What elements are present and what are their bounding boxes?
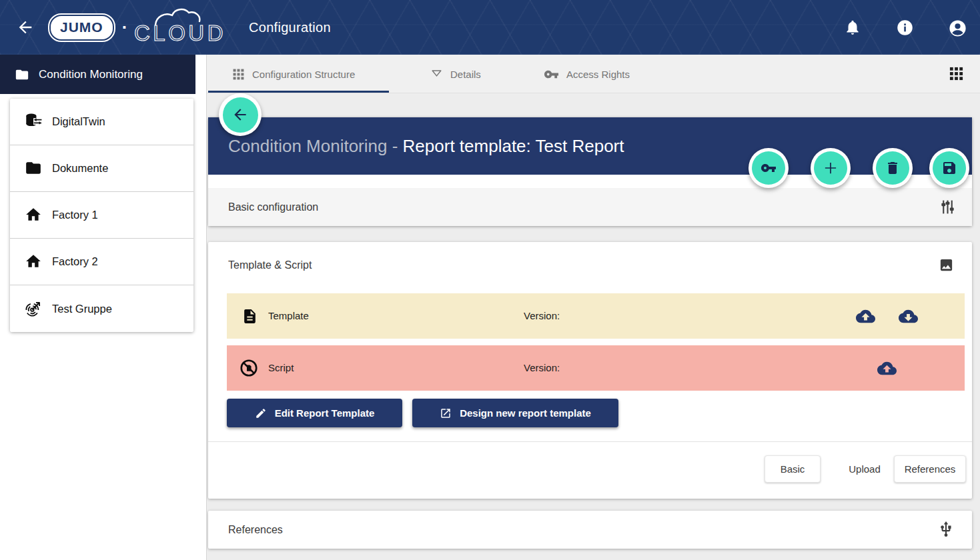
logo-separator-dot: · xyxy=(122,17,128,38)
design-new-report-template-label: Design new report template xyxy=(460,407,591,419)
folder-icon xyxy=(15,67,29,82)
script-off-icon xyxy=(239,358,259,378)
sidebar-item-test-gruppe[interactable]: Test Gruppe xyxy=(10,285,193,332)
template-version-label: Version: xyxy=(524,310,560,321)
banner-header: Condition Monitoring - Report template: … xyxy=(208,117,972,175)
references-label: References xyxy=(228,524,283,536)
active-tab-indicator xyxy=(208,91,389,93)
template-script-card: Template & Script Template Version: xyxy=(208,242,972,499)
report-template-banner-card: Condition Monitoring - Report template: … xyxy=(208,117,972,226)
template-script-title: Template & Script xyxy=(228,259,312,271)
document-icon xyxy=(241,308,258,325)
edit-report-template-button[interactable]: Edit Report Template xyxy=(227,399,402,427)
back-arrow-icon[interactable] xyxy=(16,18,35,37)
design-new-report-template-button[interactable]: Design new report template xyxy=(412,399,618,427)
usb-icon[interactable] xyxy=(937,521,955,538)
cloud-download-icon[interactable] xyxy=(899,307,918,326)
key-icon xyxy=(544,67,559,82)
page-title: Configuration xyxy=(249,0,331,55)
digital-twin-icon xyxy=(25,113,43,131)
template-row-label: Template xyxy=(268,310,309,321)
jumo-logo-pill: JUMO xyxy=(49,15,114,41)
tune-sliders-icon[interactable] xyxy=(939,199,956,215)
main-panel: Configuration Structure Details Access R… xyxy=(207,55,980,560)
tab-access-rights[interactable]: Access Rights xyxy=(544,55,630,93)
tab-bar: Configuration Structure Details Access R… xyxy=(207,55,980,93)
sidebar-item-condition-monitoring[interactable]: Condition Monitoring xyxy=(0,55,195,94)
banner-back-button[interactable] xyxy=(219,93,262,136)
cloud-upload-icon[interactable] xyxy=(877,359,897,378)
basic-configuration-label: Basic configuration xyxy=(228,201,318,213)
breadcrumb: Condition Monitoring - xyxy=(228,136,403,156)
folder-icon xyxy=(25,159,43,177)
add-button[interactable] xyxy=(811,148,851,188)
tab-label: Access Rights xyxy=(566,69,630,80)
filter-icon xyxy=(430,68,443,81)
save-button[interactable] xyxy=(929,148,969,188)
banner-title: Report template: Test Report xyxy=(403,136,624,156)
cloud-upload-icon[interactable] xyxy=(856,307,875,326)
grid-icon xyxy=(232,68,245,81)
sidebar: Condition Monitoring DigitalTwin xyxy=(0,55,207,560)
tab-configuration-structure[interactable]: Configuration Structure xyxy=(232,55,355,93)
sidebar-item-label: Dokumente xyxy=(52,162,108,175)
tab-label: Details xyxy=(450,69,481,80)
basic-configuration-section: Basic configuration xyxy=(208,188,972,226)
sidebar-item-list: DigitalTwin Dokumente Factory 1 Factory … xyxy=(10,99,193,332)
grid-view-icon[interactable] xyxy=(949,66,964,81)
template-row: Template Version: xyxy=(227,293,965,339)
cloud-logo: CLOUD xyxy=(133,6,238,49)
edit-report-template-label: Edit Report Template xyxy=(275,407,375,419)
notifications-bell-icon[interactable] xyxy=(844,19,861,36)
delete-trash-button[interactable] xyxy=(873,148,913,188)
basic-button[interactable]: Basic xyxy=(765,455,821,483)
image-icon[interactable] xyxy=(939,257,954,273)
references-section: References xyxy=(208,511,972,549)
script-row: Script Version: xyxy=(227,345,965,391)
pencil-icon xyxy=(255,407,267,419)
upload-button[interactable]: Upload xyxy=(837,455,893,483)
card-divider xyxy=(208,441,972,442)
content-area: Condition Monitoring - Report template: … xyxy=(207,93,980,560)
sidebar-item-label: Factory 2 xyxy=(52,255,98,268)
tab-label: Configuration Structure xyxy=(252,69,355,80)
sidebar-item-dokumente[interactable]: Dokumente xyxy=(10,145,193,192)
sidebar-header-label: Condition Monitoring xyxy=(39,68,143,81)
banner-spacer xyxy=(208,175,972,188)
tab-details[interactable]: Details xyxy=(430,55,481,93)
access-key-button[interactable] xyxy=(749,148,789,188)
app-window: JUMO · CLOUD Configuration xyxy=(0,0,980,560)
home-icon xyxy=(25,206,43,224)
sidebar-item-label: Test Gruppe xyxy=(52,303,112,315)
references-button[interactable]: References xyxy=(894,455,966,483)
home-icon xyxy=(25,253,43,271)
script-version-label: Version: xyxy=(524,362,560,373)
sidebar-item-label: DigitalTwin xyxy=(52,115,105,128)
sidebar-item-digitaltwin[interactable]: DigitalTwin xyxy=(10,99,193,145)
sidebar-item-factory-2[interactable]: Factory 2 xyxy=(10,239,193,285)
open-in-new-icon xyxy=(440,407,452,419)
sidebar-item-factory-1[interactable]: Factory 1 xyxy=(10,192,193,239)
sidebar-item-label: Factory 1 xyxy=(52,209,98,221)
target-icon xyxy=(25,300,43,318)
jumo-cloud-logo[interactable]: JUMO · CLOUD xyxy=(49,6,238,49)
top-app-bar: JUMO · CLOUD Configuration xyxy=(0,0,980,55)
script-row-label: Script xyxy=(268,362,294,373)
cloud-logo-text: CLOUD xyxy=(134,21,226,45)
account-avatar-icon[interactable] xyxy=(948,19,965,36)
info-icon[interactable] xyxy=(896,19,913,36)
